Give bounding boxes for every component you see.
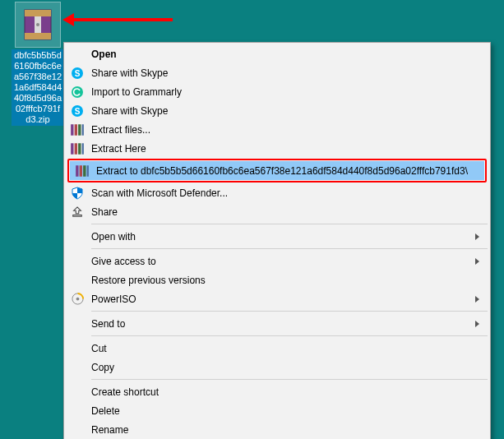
- blank-icon: [70, 385, 85, 400]
- chevron-right-icon: [475, 296, 479, 303]
- menu-label: Cut: [91, 343, 489, 354]
- svg-rect-13: [78, 124, 81, 136]
- svg-rect-18: [82, 143, 84, 155]
- blank-icon: [70, 317, 85, 331]
- chevron-right-icon: [475, 321, 479, 327]
- svg-rect-2: [25, 33, 51, 39]
- menu-open-with[interactable]: Open with: [65, 227, 489, 246]
- winrar-icon: [70, 122, 85, 137]
- file-name-label: dbfc5b5b5d6160fb6c6ea567f38e121a6df584d4…: [12, 49, 64, 126]
- svg-text:S: S: [75, 69, 81, 78]
- menu-label: Create shortcut: [91, 386, 489, 398]
- blank-icon: [70, 360, 85, 375]
- blank-icon: [70, 254, 85, 269]
- menu-extract-files[interactable]: Extract files...: [65, 120, 489, 139]
- blank-icon: [70, 229, 85, 244]
- svg-point-4: [36, 23, 39, 26]
- menu-cut[interactable]: Cut: [65, 339, 489, 358]
- menu-separator: [91, 224, 488, 224]
- menu-label: Share: [91, 206, 489, 218]
- svg-rect-1: [25, 10, 51, 16]
- menu-delete[interactable]: Delete: [65, 401, 489, 420]
- winrar-icon: [70, 141, 85, 156]
- poweriso-icon: [70, 292, 85, 307]
- menu-label: Share with Skype: [91, 67, 489, 79]
- blank-icon: [70, 47, 85, 62]
- menu-send-to[interactable]: Send to: [65, 314, 489, 333]
- menu-label: Delete: [91, 405, 489, 417]
- menu-label: Scan with Microsoft Defender...: [91, 187, 489, 199]
- menu-label: Send to: [91, 318, 475, 330]
- menu-create-shortcut[interactable]: Create shortcut: [65, 382, 489, 401]
- menu-label: Import to Grammarly: [91, 86, 489, 98]
- annotation-arrow-left: [74, 18, 173, 21]
- skype-icon: S: [70, 66, 85, 81]
- menu-share-skype[interactable]: S Share with Skype: [65, 63, 489, 82]
- blank-icon: [70, 423, 85, 437]
- menu-share[interactable]: Share: [65, 202, 489, 221]
- menu-label: Share with Skype: [91, 105, 489, 117]
- menu-separator: [91, 379, 488, 380]
- svg-rect-22: [87, 165, 89, 177]
- defender-shield-icon: [70, 186, 85, 201]
- grammarly-icon: [70, 85, 85, 99]
- menu-label: Rename: [91, 424, 489, 436]
- menu-poweriso[interactable]: PowerISO: [65, 289, 489, 308]
- menu-label: Restore previous versions: [91, 275, 489, 286]
- menu-label: Give access to: [91, 256, 475, 267]
- blank-icon: [70, 341, 85, 356]
- svg-rect-12: [75, 124, 77, 136]
- desktop-file-item[interactable]: dbfc5b5b5d6160fb6c6ea567f38e121a6df584d4…: [12, 2, 64, 126]
- svg-point-25: [76, 298, 79, 301]
- chevron-right-icon: [475, 233, 479, 240]
- menu-rename[interactable]: Rename: [65, 420, 489, 439]
- menu-import-grammarly[interactable]: Import to Grammarly: [65, 82, 489, 101]
- menu-label: Extract files...: [91, 124, 489, 136]
- svg-rect-23: [73, 215, 82, 216]
- chevron-right-icon: [475, 258, 479, 265]
- menu-restore-versions[interactable]: Restore previous versions: [65, 270, 489, 289]
- menu-copy[interactable]: Copy: [65, 358, 489, 377]
- menu-separator: [91, 248, 488, 249]
- menu-share-skype[interactable]: S Share with Skype: [65, 101, 489, 120]
- menu-open[interactable]: Open: [65, 44, 489, 63]
- menu-label: PowerISO: [91, 293, 475, 305]
- share-icon: [70, 205, 85, 220]
- menu-separator: [91, 335, 488, 336]
- blank-icon: [70, 273, 85, 288]
- menu-scan-defender[interactable]: Scan with Microsoft Defender...: [65, 183, 489, 202]
- menu-label: Copy: [91, 362, 489, 373]
- svg-rect-14: [82, 124, 84, 136]
- skype-icon: S: [70, 104, 85, 118]
- annotation-highlight-box: Extract to dbfc5b5b5d66160fb6c6ea567f38e…: [67, 159, 487, 183]
- menu-label: Open with: [91, 231, 475, 243]
- menu-separator: [91, 311, 488, 312]
- menu-give-access[interactable]: Give access to: [65, 252, 489, 270]
- menu-extract-to-folder[interactable]: Extract to dbfc5b5b5d66160fb6c6ea567f38e…: [70, 161, 484, 180]
- svg-rect-19: [76, 165, 78, 177]
- context-menu: Open S Share with Skype Import to Gramma…: [63, 42, 491, 439]
- svg-rect-15: [71, 143, 73, 155]
- svg-rect-21: [83, 165, 86, 177]
- menu-extract-here[interactable]: Extract Here: [65, 139, 489, 158]
- menu-label: Extract Here: [91, 143, 489, 155]
- winrar-icon: [75, 164, 90, 178]
- menu-label: Open: [91, 49, 489, 60]
- winrar-archive-icon: [15, 2, 61, 48]
- svg-rect-20: [80, 165, 82, 177]
- svg-text:S: S: [75, 107, 81, 116]
- svg-rect-17: [78, 143, 81, 155]
- svg-rect-16: [75, 143, 77, 155]
- menu-label: Extract to dbfc5b5b5d66160fb6c6ea567f38e…: [96, 165, 484, 177]
- blank-icon: [70, 404, 85, 418]
- svg-rect-11: [71, 124, 73, 136]
